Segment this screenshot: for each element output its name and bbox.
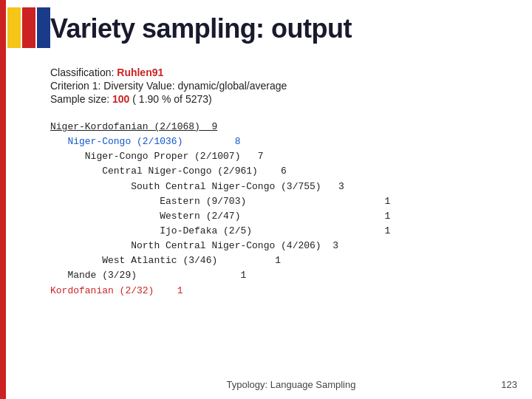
tree-line-6: Western (2/47) 1	[50, 209, 517, 224]
accent-yellow	[7, 7, 21, 48]
tree-block: Niger-Kordofanian (2/1068) 9 Niger-Congo…	[50, 120, 517, 299]
footer-page: 123	[501, 379, 517, 390]
criterion-line: Criterion 1: Diversity Value: dynamic/gl…	[50, 80, 517, 92]
accent-red	[22, 7, 35, 48]
tree-line-8: North Central Niger-Congo (4/206) 3	[50, 239, 517, 253]
sample-line: Sample size: 100 ( 1.90 % of 5273)	[50, 93, 517, 105]
footer: Typology: Language Sampling 123	[0, 379, 532, 390]
tree-line-11: Kordofanian (2/32) 1	[50, 284, 517, 299]
accent-blocks	[7, 7, 50, 48]
sample-suffix: ( 1.90 % of 5273)	[132, 93, 211, 105]
tree-line-9: West Atlantic (3/46) 1	[50, 253, 517, 268]
classification-value: Ruhlen91	[117, 66, 163, 78]
tree-line-0: Niger-Kordofanian (2/1068) 9	[50, 120, 517, 134]
sample-value: 100	[112, 93, 132, 105]
slide-title: Variety sampling: output	[50, 13, 352, 44]
tree-line-10: Mande (3/29) 1	[50, 268, 517, 283]
classification-line: Classification: Ruhlen91	[50, 66, 517, 78]
content-area: Classification: Ruhlen91 Criterion 1: Di…	[50, 66, 517, 299]
tree-line-2: Niger-Congo Proper (2/1007) 7	[50, 149, 517, 164]
tree-line-4: South Central Niger-Congo (3/755) 3	[50, 180, 517, 194]
tree-line-3: Central Niger-Congo (2/961) 6	[50, 164, 517, 179]
footer-text: Typology: Language Sampling	[50, 379, 532, 390]
sample-label: Sample size:	[50, 93, 109, 105]
classification-label: Classification:	[50, 66, 114, 78]
accent-blue	[37, 7, 50, 48]
red-accent-bar	[0, 0, 6, 399]
tree-line-1: Niger-Congo (2/1036) 8	[50, 134, 517, 149]
slide-container: Variety sampling: output Classification:…	[0, 0, 532, 399]
tree-line-5: Eastern (9/703) 1	[50, 194, 517, 209]
tree-line-7: Ijo-Defaka (2/5) 1	[50, 224, 517, 239]
